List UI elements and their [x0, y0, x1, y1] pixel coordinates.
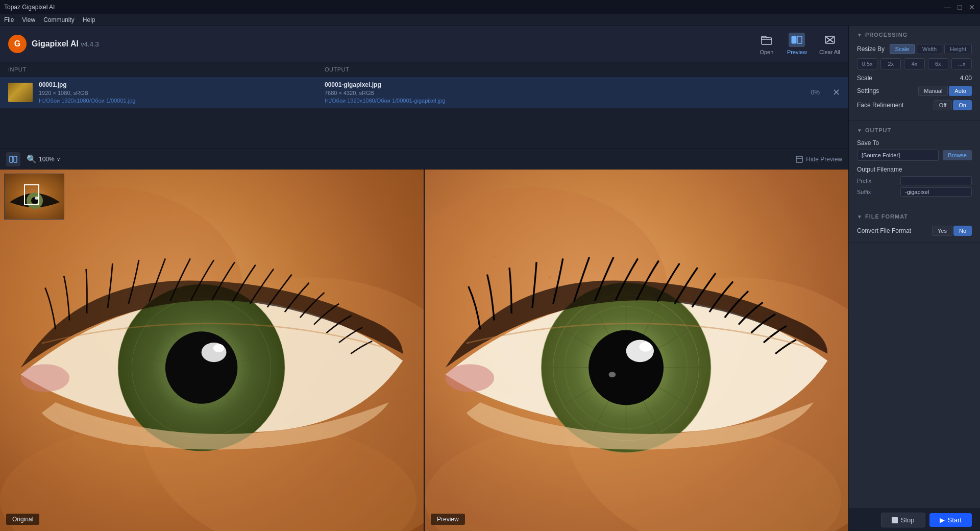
- svg-rect-5: [14, 156, 17, 162]
- zoom-icon: 🔍: [27, 154, 37, 164]
- logo-letter: G: [14, 39, 20, 49]
- convert-no[interactable]: No: [953, 226, 972, 236]
- file-thumbnail: [8, 83, 33, 102]
- settings-auto[interactable]: Auto: [949, 86, 972, 96]
- thumb-selector[interactable]: [24, 184, 39, 205]
- menu-file[interactable]: File: [4, 16, 14, 23]
- svg-rect-2: [797, 36, 802, 43]
- col-input-header: INPUT: [0, 66, 316, 73]
- settings-manual[interactable]: Manual: [918, 86, 948, 96]
- output-filename-label: Output Filename: [857, 166, 972, 173]
- file-thumb-inner: [8, 83, 33, 102]
- input-filename: 00001.jpg: [39, 81, 135, 88]
- svg-rect-0: [762, 38, 772, 44]
- preview-upscaled: Preview: [425, 170, 848, 531]
- start-button[interactable]: ▶ Start: [929, 513, 972, 527]
- save-to-row: Browse: [857, 150, 972, 161]
- maximize-button[interactable]: □: [955, 3, 964, 11]
- processing-toggle[interactable]: ▼: [857, 32, 862, 38]
- suffix-label: Suffix: [857, 189, 871, 195]
- svg-rect-1: [792, 36, 796, 43]
- logo-area: G Gigapixel AI v4.4.3: [8, 35, 99, 53]
- open-icon: [758, 33, 775, 47]
- face-refinement-row: Face Refinement Off On: [857, 100, 972, 110]
- input-dims: 1920 × 1080, sRGB: [39, 90, 135, 96]
- output-section: ▼ OUTPUT Save To Browse Output Filename …: [849, 121, 980, 207]
- svg-point-57: [609, 372, 616, 377]
- scale-row: Scale 4.00: [857, 75, 972, 82]
- zoom-chevron: ∨: [57, 156, 60, 162]
- settings-row: Settings Manual Auto: [857, 86, 972, 96]
- resize-by-row: Resize By Scale Width Height: [857, 44, 972, 54]
- resize-by-scale[interactable]: Scale: [890, 44, 915, 54]
- file-output-info: 00001-gigapixel.jpg 7680 × 4320, sRGB H:…: [325, 81, 445, 104]
- titlebar: Topaz Gigapixel AI — □ ✕: [0, 0, 980, 14]
- scale-buttons: 0.5x 2x 4x 6x ...x: [857, 58, 972, 69]
- browse-button[interactable]: Browse: [943, 150, 972, 160]
- file-list-header: INPUT OUTPUT: [0, 62, 848, 77]
- prefix-label: Prefix: [857, 178, 871, 184]
- file-format-toggle[interactable]: ▼: [857, 214, 862, 220]
- svg-point-27: [213, 344, 225, 352]
- start-icon: ▶: [940, 516, 945, 524]
- menu-help[interactable]: Help: [83, 16, 95, 23]
- suffix-input[interactable]: [900, 187, 972, 197]
- right-sidebar: ▼ PROCESSING Resize By Scale Width Heigh…: [848, 26, 980, 531]
- minimize-button[interactable]: —: [943, 3, 951, 11]
- zoom-control[interactable]: 🔍 100% ∨: [27, 154, 60, 164]
- resize-by-width[interactable]: Width: [917, 44, 942, 54]
- menu-view[interactable]: View: [22, 16, 35, 23]
- menu-community[interactable]: Community: [43, 16, 75, 23]
- scale-4x[interactable]: 4x: [904, 58, 924, 69]
- open-button[interactable]: Open: [758, 33, 775, 55]
- preview-toolbar: 🔍 100% ∨ Hide Preview: [0, 149, 848, 170]
- convert-yes[interactable]: Yes: [932, 226, 952, 236]
- split-view-button[interactable]: [6, 152, 20, 166]
- processing-header: ▼ PROCESSING: [857, 32, 972, 38]
- preview-icon: [789, 33, 805, 47]
- hide-preview-button[interactable]: Hide Preview: [796, 156, 842, 163]
- preview-button[interactable]: Preview: [787, 33, 807, 55]
- close-button[interactable]: ✕: [968, 3, 976, 11]
- processing-title: PROCESSING: [865, 32, 908, 38]
- preview-original: Original: [0, 170, 425, 531]
- top-actions: Open Preview: [758, 33, 840, 55]
- svg-point-37: [805, 464, 808, 466]
- scale-custom[interactable]: ...x: [951, 58, 972, 69]
- center-area: G Gigapixel AI v4.4.3: [0, 26, 848, 531]
- scale-6x[interactable]: 6x: [928, 58, 948, 69]
- app-version: v4.4.3: [81, 40, 99, 48]
- svg-point-25: [165, 331, 238, 404]
- save-to-input[interactable]: [857, 150, 939, 161]
- scale-value: 4.00: [960, 75, 972, 82]
- svg-point-58: [446, 364, 494, 392]
- output-path[interactable]: H:/Обои 1920x1080/Обои 1/00001-gigapixel…: [325, 98, 445, 104]
- remove-button[interactable]: ✕: [830, 86, 842, 99]
- prefix-row: Prefix: [857, 176, 972, 185]
- file-output-col: 00001-gigapixel.jpg 7680 × 4320, sRGB H:…: [316, 81, 848, 104]
- prefix-input[interactable]: [900, 176, 972, 185]
- clear-all-button[interactable]: Clear All: [819, 33, 840, 55]
- app-logo: G: [8, 35, 27, 53]
- scale-label: Scale: [857, 75, 872, 82]
- output-toggle[interactable]: ▼: [857, 128, 862, 133]
- file-list-row[interactable]: 00001.jpg 1920 × 1080, sRGB H:/Обои 1920…: [0, 77, 848, 108]
- face-refinement-off[interactable]: Off: [934, 100, 952, 110]
- resize-by-height[interactable]: Height: [944, 44, 972, 54]
- upscaled-preview-label: Preview: [431, 514, 465, 525]
- input-path[interactable]: H:/Обои 1920x1080/Обои 1/00001.jpg: [39, 98, 135, 104]
- settings-toggle: Manual Auto: [918, 86, 972, 96]
- menubar: File View Community Help: [0, 14, 980, 26]
- ofn-fields: Prefix Suffix: [857, 176, 972, 197]
- thumbnail-navigator[interactable]: [4, 174, 64, 220]
- processing-section: ▼ PROCESSING Resize By Scale Width Heigh…: [849, 26, 980, 121]
- file-input-col: 00001.jpg 1920 × 1080, sRGB H:/Обои 1920…: [0, 81, 316, 104]
- original-label: Original: [6, 514, 39, 525]
- face-refinement-label: Face Refinement: [857, 102, 903, 109]
- scale-2x[interactable]: 2x: [880, 58, 901, 69]
- scale-0-5x[interactable]: 0.5x: [857, 58, 877, 69]
- face-refinement-on[interactable]: On: [953, 100, 972, 110]
- face-refinement-toggle: Off On: [934, 100, 972, 110]
- clear-all-icon: [822, 33, 838, 47]
- stop-button[interactable]: Stop: [881, 513, 925, 527]
